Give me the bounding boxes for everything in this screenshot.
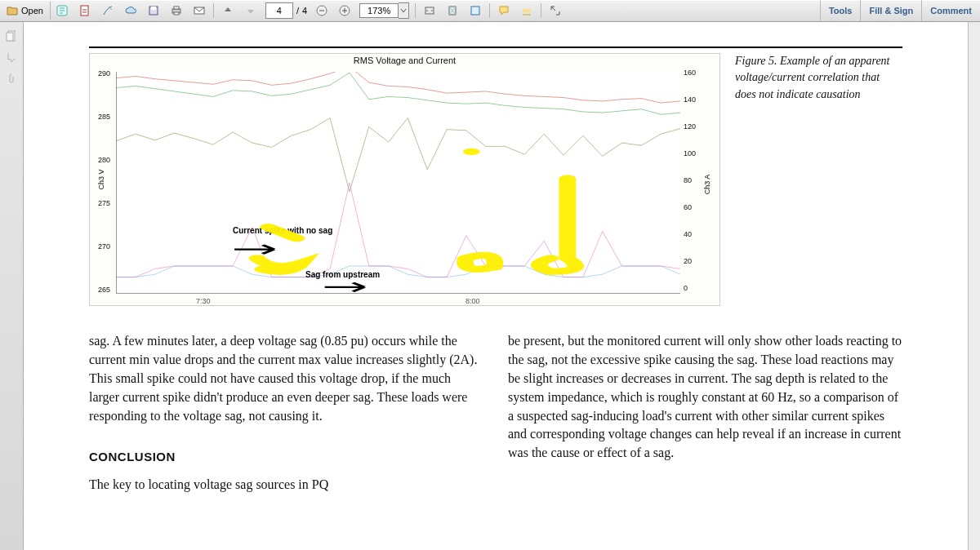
ytick: 120 bbox=[684, 122, 700, 131]
ytick: 40 bbox=[684, 230, 700, 238]
ytick: 270 bbox=[92, 242, 110, 251]
open-label: Open bbox=[21, 6, 43, 16]
figure-caption: Figure 5. Example of an apparent voltage… bbox=[735, 53, 902, 103]
svg-rect-13 bbox=[523, 9, 531, 12]
y-axis-right-label: Ch3 A bbox=[704, 175, 712, 195]
side-rail bbox=[0, 22, 24, 550]
comment-icon[interactable] bbox=[493, 2, 514, 20]
cloud-icon[interactable] bbox=[120, 2, 141, 20]
zoom-in-icon[interactable] bbox=[334, 2, 355, 20]
svg-rect-3 bbox=[151, 7, 156, 10]
svg-rect-15 bbox=[7, 33, 13, 41]
convert-icon[interactable] bbox=[51, 2, 73, 20]
highlighter-marks bbox=[116, 72, 680, 294]
svg-rect-6 bbox=[174, 12, 179, 15]
zoom-out-icon[interactable] bbox=[311, 2, 332, 20]
ytick: 80 bbox=[684, 176, 700, 184]
document-view[interactable]: RMS Voltage and Current 290 285 280 275 … bbox=[24, 22, 968, 550]
svg-point-16 bbox=[463, 149, 480, 155]
para: be present, but the monitored current wi… bbox=[508, 332, 902, 463]
page-indicator: / 4 bbox=[265, 2, 307, 19]
highlight-icon[interactable] bbox=[516, 2, 537, 20]
column-right: be present, but the monitored current wi… bbox=[498, 332, 902, 495]
ytick: 280 bbox=[92, 156, 110, 164]
para: sag. A few minutes later, a deep voltage… bbox=[89, 332, 483, 425]
zoom-dropdown-icon[interactable] bbox=[399, 2, 409, 19]
ytick: 285 bbox=[92, 113, 110, 121]
svg-rect-1 bbox=[81, 6, 88, 16]
xtick: 7:30 bbox=[196, 297, 211, 305]
zoom-value: 173% bbox=[359, 3, 399, 18]
create-pdf-icon[interactable] bbox=[74, 2, 96, 20]
ytick: 140 bbox=[684, 95, 700, 104]
tab-fill-sign[interactable]: Fill & Sign bbox=[860, 0, 921, 21]
thumbnails-icon[interactable] bbox=[3, 28, 20, 44]
email-icon[interactable] bbox=[189, 2, 210, 20]
attachments-icon[interactable] bbox=[3, 70, 20, 86]
ytick: 20 bbox=[684, 257, 700, 265]
ytick: 0 bbox=[684, 284, 700, 292]
pdf-toolbar: Open / 4 173% Tools bbox=[0, 0, 980, 22]
ytick: 100 bbox=[684, 149, 700, 157]
page-down-icon[interactable] bbox=[240, 2, 261, 20]
page-current-input[interactable] bbox=[265, 2, 293, 19]
tab-tools[interactable]: Tools bbox=[820, 0, 861, 21]
para: The key to locating voltage sag sources … bbox=[89, 476, 483, 495]
fit-page-icon[interactable] bbox=[442, 2, 463, 20]
hr bbox=[89, 47, 902, 48]
fit-width-icon[interactable] bbox=[419, 2, 440, 20]
ytick: 290 bbox=[92, 69, 110, 78]
open-button[interactable]: Open bbox=[0, 2, 51, 20]
print-icon[interactable] bbox=[166, 2, 187, 20]
reading-mode-icon[interactable] bbox=[465, 2, 486, 20]
save-icon[interactable] bbox=[143, 2, 164, 20]
svg-rect-5 bbox=[174, 7, 179, 9]
tab-comment[interactable]: Comment bbox=[921, 0, 980, 21]
heading-conclusion: CONCLUSION bbox=[89, 448, 483, 465]
chart-title: RMS Voltage and Current bbox=[90, 55, 719, 65]
right-tabs: Tools Fill & Sign Comment bbox=[820, 0, 980, 21]
ytick: 60 bbox=[684, 203, 700, 211]
svg-rect-12 bbox=[471, 7, 479, 15]
sign-icon[interactable] bbox=[97, 2, 118, 20]
zoom-field[interactable]: 173% bbox=[359, 2, 409, 19]
page-total: 4 bbox=[302, 6, 307, 16]
page-sep: / bbox=[293, 6, 302, 16]
vertical-scrollbar[interactable] bbox=[968, 22, 980, 550]
ytick: 275 bbox=[92, 199, 110, 207]
fullscreen-icon[interactable] bbox=[545, 2, 566, 20]
figure-chart: RMS Voltage and Current 290 285 280 275 … bbox=[89, 53, 720, 306]
column-left: sag. A few minutes later, a deep voltage… bbox=[89, 332, 498, 495]
ytick: 265 bbox=[92, 286, 110, 294]
xtick: 8:00 bbox=[466, 297, 480, 305]
page-up-icon[interactable] bbox=[217, 2, 238, 20]
ytick: 160 bbox=[684, 69, 700, 77]
y-axis-left-label: Ch3 V bbox=[97, 169, 105, 189]
page: RMS Voltage and Current 290 285 280 275 … bbox=[24, 22, 968, 550]
bookmarks-icon[interactable] bbox=[3, 49, 20, 65]
